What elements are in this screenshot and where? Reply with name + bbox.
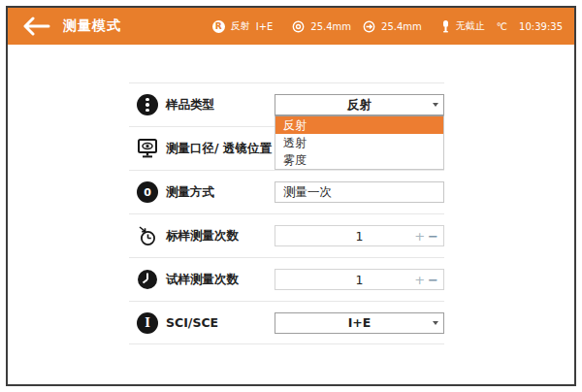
standard-count-stepper: + − <box>414 230 438 243</box>
settings-form: 样品类型 反射 反射 透射 雾度 <box>129 82 444 344</box>
measure-mode-label: 测量方式 <box>166 184 214 201</box>
form-row-standard-count: 标样测量次数 1 + − <box>129 213 444 257</box>
dropdown-option-reflectance[interactable]: 反射 <box>275 116 443 134</box>
sci-sce-value: I+E <box>348 315 372 330</box>
sample-type-dropdown: 反射 透射 雾度 <box>275 115 444 170</box>
sample-count-label: 试样测量次数 <box>166 272 239 288</box>
back-arrow-icon[interactable] <box>21 16 50 36</box>
dropdown-option-haze[interactable]: 雾度 <box>275 151 443 169</box>
info-i-circle-icon: I <box>136 311 159 335</box>
measure-mode-value: 测量一次 <box>283 184 332 201</box>
sci-sce-select[interactable]: I+E <box>275 312 444 334</box>
status-sci-mode: I+E <box>256 21 274 32</box>
dropdown-option-transmittance[interactable]: 透射 <box>275 134 443 151</box>
sample-count-value: 1 <box>356 273 364 287</box>
uv-lamp-icon <box>441 19 450 33</box>
sample-type-value: 反射 <box>347 97 372 114</box>
form-row-sci-sce: I SCI/SCE I+E <box>129 301 444 344</box>
form-row-measure-mode: 0 测量方式 测量一次 <box>129 170 444 213</box>
sample-count-stepper: + − <box>414 274 438 286</box>
timer-arrow-icon <box>136 224 159 247</box>
screen-frame: 测量模式 R 反射 I+E 25.4mm 25.4mm <box>6 6 576 386</box>
standard-count-label: 标样测量次数 <box>166 228 239 245</box>
menu-dots-icon <box>136 93 159 116</box>
form-row-sample-count: 试样测量次数 1 + − <box>129 257 444 301</box>
increment-icon[interactable]: + <box>414 274 425 286</box>
chevron-down-icon <box>433 103 438 107</box>
reflectance-badge-icon: R <box>212 20 225 33</box>
status-aperture-measure: 25.4mm <box>310 21 351 32</box>
chevron-down-icon <box>433 321 438 325</box>
sci-sce-label: SCI/SCE <box>166 315 218 330</box>
status-clock: 10:39:35 <box>519 21 563 32</box>
zero-circle-icon: 0 <box>136 180 159 204</box>
status-sample-type: 反射 <box>231 19 250 33</box>
increment-icon[interactable]: + <box>414 230 425 243</box>
app-window: 测量模式 R 反射 I+E 25.4mm 25.4mm <box>0 0 582 392</box>
decrement-icon[interactable]: − <box>428 274 438 286</box>
status-bar: R 反射 I+E 25.4mm 25.4mm 无截止 <box>212 19 563 33</box>
sample-type-select[interactable]: 反射 <box>275 94 444 115</box>
status-temp-unit: ℃ <box>497 21 507 32</box>
page-title: 测量模式 <box>63 17 121 35</box>
status-uv-filter: 无截止 <box>456 19 485 33</box>
standard-count-value: 1 <box>356 229 364 244</box>
header-bar: 测量模式 R 反射 I+E 25.4mm 25.4mm <box>8 8 574 45</box>
clock-icon <box>136 268 159 291</box>
aperture-lens-label: 测量口径/ 透镜位置 <box>166 141 272 157</box>
sample-count-input[interactable]: 1 + − <box>275 269 444 290</box>
status-aperture-lens: 25.4mm <box>381 21 422 32</box>
standard-count-input[interactable]: 1 + − <box>275 225 444 246</box>
measure-mode-input[interactable]: 测量一次 <box>275 181 444 203</box>
monitor-eye-icon <box>136 137 159 160</box>
sample-type-label: 样品类型 <box>166 97 214 114</box>
decrement-icon[interactable]: − <box>428 230 438 243</box>
aperture-target-icon <box>292 20 305 33</box>
lens-position-icon <box>363 20 375 33</box>
form-row-sample-type: 样品类型 反射 反射 透射 雾度 <box>129 82 444 126</box>
